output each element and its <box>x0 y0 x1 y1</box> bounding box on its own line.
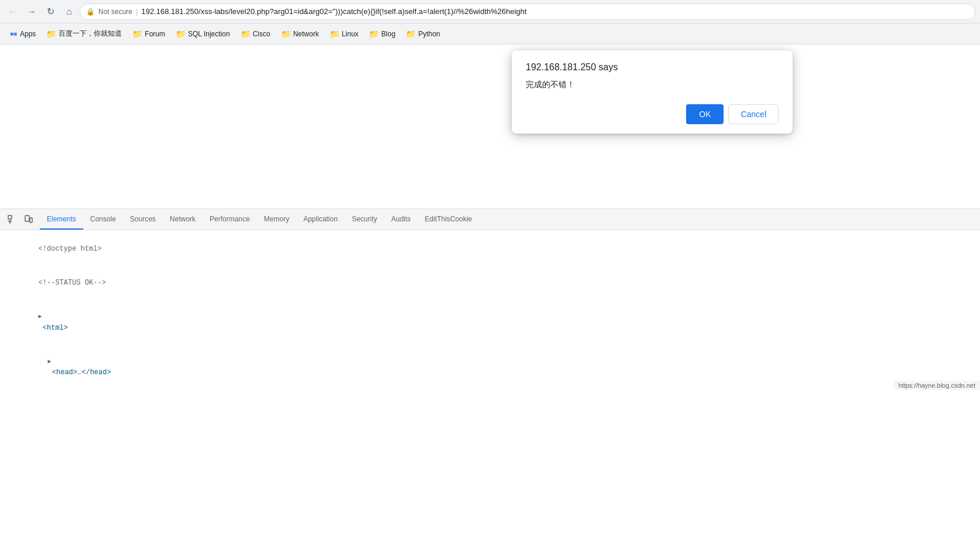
tab-memory[interactable]: Memory <box>257 209 296 230</box>
folder-icon-network: 📁 <box>281 29 291 39</box>
device-toggle-button[interactable] <box>21 212 36 227</box>
url-text: 192.168.181.250/xss-labs/level20.php?arg… <box>141 7 526 16</box>
tab-audits[interactable]: Audits <box>384 209 417 230</box>
bookmark-network[interactable]: 📁 Network <box>276 27 324 41</box>
svg-rect-0 <box>8 216 12 219</box>
bookmark-sql[interactable]: 📁 SQL Injection <box>171 27 235 41</box>
bookmark-forum[interactable]: 📁 Forum <box>128 27 170 41</box>
status-bar: https://hayne.blog.csdn.net <box>894 381 980 390</box>
bookmark-blog-label: Blog <box>381 30 395 38</box>
folder-icon-sql: 📁 <box>176 29 186 39</box>
alert-dialog: 192.168.181.250 says 完成的不错！ OK Cancel <box>512 50 793 134</box>
bookmark-baidu-label: 百度一下，你就知道 <box>59 29 122 39</box>
alert-title: 192.168.181.250 says <box>526 62 779 73</box>
html-triangle[interactable]: ▶ <box>39 312 42 322</box>
reload-button[interactable]: ↻ <box>42 4 59 20</box>
address-bar[interactable]: 🔒 Not secure | 192.168.181.250/xss-labs/… <box>80 4 975 20</box>
bookmark-network-label: Network <box>293 30 319 38</box>
forward-button[interactable]: → <box>23 4 40 20</box>
bookmark-cisco[interactable]: 📁 Cisco <box>236 27 275 41</box>
dom-body-open[interactable]: ▼ <body> <box>5 390 975 391</box>
bookmark-cisco-label: Cisco <box>253 30 270 38</box>
security-icon: 🔒 <box>86 8 95 16</box>
devtools-toolbar: Elements Console Sources Network Perform… <box>0 209 980 230</box>
dom-doctype: <!doctype html> <box>5 233 975 266</box>
bookmark-apps-label: Apps <box>20 30 36 38</box>
tab-elements[interactable]: Elements <box>40 209 83 230</box>
folder-icon-blog: 📁 <box>369 29 379 39</box>
home-button[interactable]: ⌂ <box>61 4 77 20</box>
folder-icon-python: 📁 <box>406 29 416 39</box>
tab-sources[interactable]: Sources <box>123 209 163 230</box>
tab-console[interactable]: Console <box>83 209 123 230</box>
folder-icon-cisco: 📁 <box>241 29 251 39</box>
alert-buttons: OK Cancel <box>526 104 779 124</box>
not-secure-label: Not secure <box>98 8 132 16</box>
back-button[interactable]: ← <box>5 4 21 20</box>
ok-button[interactable]: OK <box>686 104 724 124</box>
alert-message: 完成的不错！ <box>526 80 779 90</box>
dom-comment: <!--STATUS OK--> <box>5 266 975 300</box>
bookmarks-bar: ■■ Apps 📁 百度一下，你就知道 📁 Forum 📁 SQL Inject… <box>0 23 980 45</box>
devtools-elements-content: <!doctype html> <!--STATUS OK--> ▶ <html… <box>0 230 980 391</box>
devtools-panel: Elements Console Sources Network Perform… <box>0 208 980 390</box>
bookmark-apps[interactable]: ■■ Apps <box>5 28 40 40</box>
tab-security[interactable]: Security <box>345 209 384 230</box>
tab-application[interactable]: Application <box>296 209 345 230</box>
folder-icon-linux: 📁 <box>330 29 340 39</box>
bookmark-forum-label: Forum <box>145 30 165 38</box>
folder-icon-forum: 📁 <box>132 29 142 39</box>
tab-performance[interactable]: Performance <box>203 209 257 230</box>
bookmark-blog[interactable]: 📁 Blog <box>364 27 400 41</box>
apps-icon: ■■ <box>9 30 18 38</box>
bookmark-python[interactable]: 📁 Python <box>401 27 444 41</box>
folder-icon-baidu: 📁 <box>46 29 56 39</box>
bookmark-python-label: Python <box>418 30 440 38</box>
status-url: https://hayne.blog.csdn.net <box>899 382 975 389</box>
url-separator: | <box>136 7 138 16</box>
bookmark-sql-label: SQL Injection <box>188 30 230 38</box>
bookmark-linux-label: Linux <box>342 30 359 38</box>
bookmark-linux[interactable]: 📁 Linux <box>325 27 364 41</box>
browser-chrome: ← → ↻ ⌂ 🔒 Not secure | 192.168.181.250/x… <box>0 0 980 45</box>
tab-network[interactable]: Network <box>163 209 203 230</box>
svg-rect-3 <box>25 216 29 221</box>
page-content: 192.168.181.250 says 完成的不错！ OK Cancel <box>0 45 980 390</box>
inspect-element-button[interactable] <box>5 212 20 227</box>
svg-rect-4 <box>30 218 32 223</box>
dom-html-open[interactable]: ▶ <html> <box>5 300 975 345</box>
dom-head[interactable]: ▶ <head>…</head> <box>5 345 975 390</box>
nav-bar: ← → ↻ ⌂ 🔒 Not secure | 192.168.181.250/x… <box>0 0 980 23</box>
tab-editthiscookie[interactable]: EditThisCookie <box>418 209 479 230</box>
head-triangle[interactable]: ▶ <box>48 357 52 367</box>
bookmark-baidu[interactable]: 📁 百度一下，你就知道 <box>42 26 126 41</box>
cancel-button[interactable]: Cancel <box>728 104 779 124</box>
devtools-tabs: Elements Console Sources Network Perform… <box>40 209 479 230</box>
